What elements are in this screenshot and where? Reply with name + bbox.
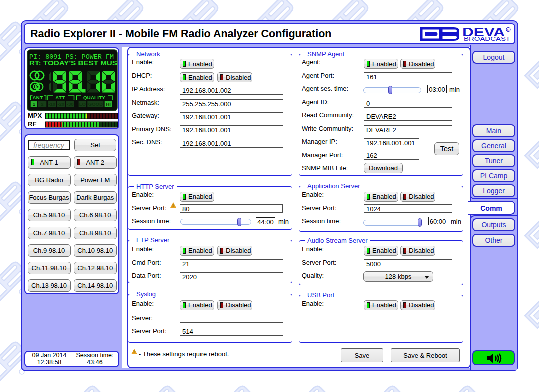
svg-text:1: 1 <box>33 102 36 107</box>
svg-text:BROADCAST: BROADCAST <box>464 36 511 42</box>
svg-text:-30: -30 <box>67 102 74 107</box>
svg-text:-20: -20 <box>57 102 64 107</box>
svg-text:RT: TODAY'S BEST MUS: RT: TODAY'S BEST MUS <box>29 60 117 67</box>
svg-text:HI: HI <box>106 102 111 107</box>
svg-text:MPX: MPX <box>28 112 42 120</box>
svg-text:RF: RF <box>28 120 36 128</box>
svg-text:-10: -10 <box>48 102 55 107</box>
svg-text:ANT: ANT <box>32 95 43 100</box>
svg-text:GOOD: GOOD <box>88 102 103 107</box>
svg-text:R: R <box>507 28 510 32</box>
svg-text:LO: LO <box>79 102 86 107</box>
svg-text:ATT: ATT <box>55 95 65 100</box>
svg-text:2: 2 <box>41 102 43 107</box>
svg-text:QUALITY: QUALITY <box>83 95 105 100</box>
